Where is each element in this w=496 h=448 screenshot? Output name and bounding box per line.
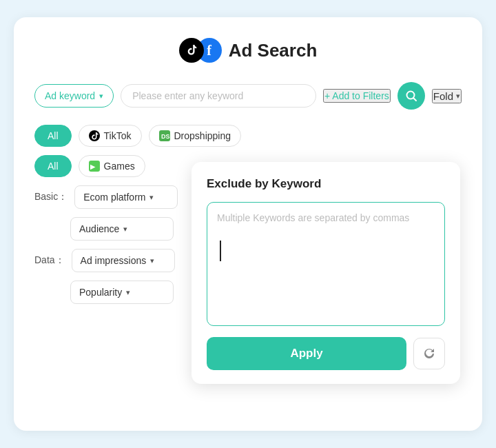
- ecom-platform-label: Ecom platform: [83, 192, 145, 203]
- popularity-chevron-icon: ▾: [126, 288, 130, 297]
- games-tag-label: Games: [104, 161, 135, 172]
- logo-icons: f: [179, 38, 222, 63]
- reset-button[interactable]: [413, 338, 445, 369]
- add-filter-label: + Add to Filters: [324, 90, 389, 101]
- dropshipping-tag-label: Dropshipping: [174, 130, 231, 141]
- svg-text:DS: DS: [161, 133, 170, 140]
- fold-button[interactable]: Fold ▾: [432, 89, 462, 103]
- add-filter-btn[interactable]: + Add to Filters: [323, 89, 391, 103]
- search-button[interactable]: [397, 82, 425, 110]
- page-title: Ad Search: [229, 40, 318, 61]
- popup-actions: Apply: [207, 337, 445, 370]
- all-tag-label: All: [48, 130, 59, 141]
- chevron-down-icon: ▾: [99, 92, 103, 101]
- ad-impressions-label: Ad impressions: [81, 255, 147, 266]
- ad-impressions-dropdown[interactable]: Ad impressions ▾: [72, 249, 175, 272]
- search-bar: Ad keyword ▾ Please enter any keyword + …: [34, 82, 462, 110]
- dropshipping-tag-btn[interactable]: DS Dropshipping: [149, 125, 242, 147]
- data-label: Data：: [34, 254, 65, 267]
- keyword-textarea-wrap[interactable]: Multiple Keywords are separated by comma…: [207, 202, 445, 326]
- ecom-chevron-icon: ▾: [149, 193, 154, 202]
- header: f Ad Search: [34, 38, 462, 63]
- exclude-keyword-popup: Exclude by Keyword Multiple Keywords are…: [192, 162, 460, 384]
- audience-label: Audience: [79, 223, 119, 234]
- main-card: f Ad Search Ad keyword ▾ Please enter an…: [14, 17, 482, 431]
- audience-dropdown[interactable]: Audience ▾: [70, 217, 174, 241]
- tiktok-tag-label: TikTok: [104, 130, 132, 141]
- keyword-dropdown-btn[interactable]: Ad keyword ▾: [34, 84, 114, 108]
- tiktok-logo-icon: [179, 38, 204, 63]
- popularity-label: Popularity: [79, 287, 122, 298]
- keyword-search-input[interactable]: Please enter any keyword: [121, 84, 316, 108]
- games-tag-btn[interactable]: ▶ Games: [79, 155, 145, 177]
- svg-text:▶: ▶: [90, 163, 96, 170]
- filter-tags-row-1: All TikTok DS Dropshipping: [34, 125, 462, 147]
- all2-tag-label: All: [48, 161, 59, 172]
- refresh-icon: [422, 347, 436, 360]
- impressions-chevron-icon: ▾: [150, 256, 154, 265]
- all2-tag-btn[interactable]: All: [34, 155, 72, 177]
- fold-label: Fold: [433, 90, 453, 102]
- ecom-platform-dropdown[interactable]: Ecom platform ▾: [74, 185, 178, 209]
- svg-line-1: [413, 99, 416, 101]
- popup-title: Exclude by Keyword: [207, 177, 445, 191]
- tiktok-tag-btn[interactable]: TikTok: [79, 125, 142, 147]
- search-placeholder: Please enter any keyword: [132, 90, 243, 101]
- audience-chevron-icon: ▾: [123, 225, 127, 234]
- fold-chevron-icon: ▾: [456, 92, 460, 101]
- popularity-dropdown[interactable]: Popularity ▾: [70, 281, 174, 304]
- text-cursor: [220, 241, 221, 261]
- basic-label: Basic：: [34, 191, 68, 203]
- all-tag-btn[interactable]: All: [34, 125, 72, 147]
- keyword-placeholder: Multiple Keywords are separated by comma…: [217, 212, 409, 223]
- apply-button[interactable]: Apply: [207, 337, 406, 370]
- keyword-btn-label: Ad keyword: [45, 90, 95, 101]
